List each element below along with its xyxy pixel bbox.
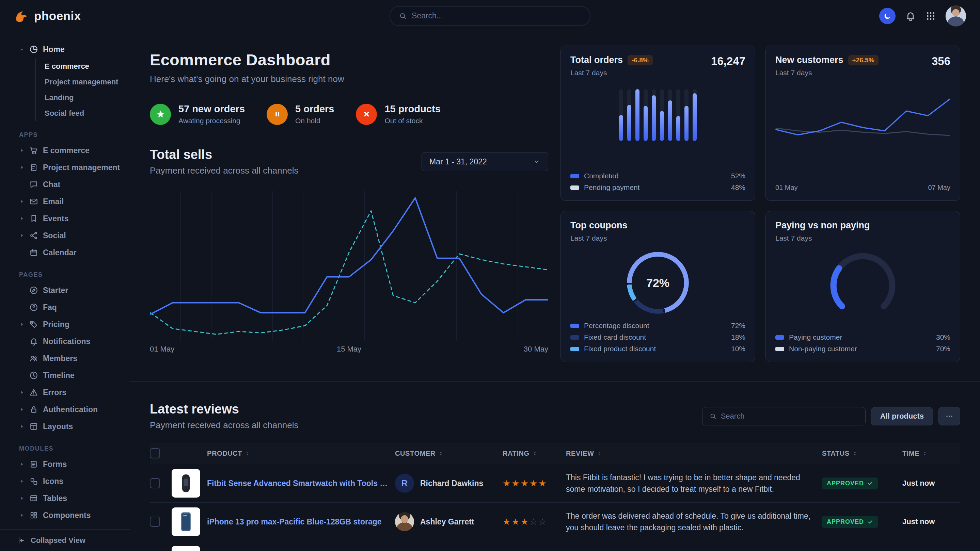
users-icon — [29, 354, 38, 363]
select-all-checkbox[interactable] — [150, 448, 160, 459]
sidebar-item-label: Forms — [43, 460, 67, 469]
review-time: Just now — [902, 517, 960, 526]
coupons-donut-wrap: 72% — [627, 252, 689, 314]
section-label-modules: MODULES — [0, 445, 130, 452]
sidebar-item-authentication[interactable]: Authentication — [0, 401, 130, 418]
search-icon — [709, 413, 717, 420]
sidebar-item-errors[interactable]: Errors — [0, 384, 130, 401]
caret-right-icon — [19, 478, 24, 484]
sidebar-item-social[interactable]: Social — [0, 227, 130, 244]
ellipsis-icon — [945, 412, 953, 420]
legend-value: 52% — [731, 172, 745, 180]
sidebar-item-email[interactable]: Email — [0, 193, 130, 210]
theme-toggle-button[interactable] — [879, 8, 896, 24]
legend-swatch — [775, 347, 784, 351]
legend-swatch — [570, 347, 579, 351]
customer-avatar: R — [395, 474, 414, 493]
global-search-input[interactable] — [412, 11, 581, 21]
sidebar-item-label: Faq — [43, 303, 57, 312]
product-link[interactable]: iPhone 13 pro max-Pacific Blue-128GB sto… — [207, 517, 382, 527]
apps-grid-button[interactable] — [926, 11, 936, 21]
stat-on-hold: 5 orders On hold — [267, 103, 334, 125]
share-icon — [29, 231, 38, 240]
sidebar-item-components[interactable]: Components — [0, 507, 130, 524]
notifications-button[interactable] — [905, 11, 916, 21]
sidebar-item-members[interactable]: Members — [0, 350, 130, 367]
sidebar-item-e-commerce[interactable]: E commerce — [36, 59, 130, 74]
search-icon — [399, 12, 407, 20]
trend-badge: -6.8% — [628, 55, 653, 65]
caret-right-icon — [19, 216, 24, 221]
page-subtitle: Here's what's going on at your business … — [150, 74, 548, 84]
sidebar-item-tables[interactable]: Tables — [0, 490, 130, 507]
brand-name: phoenix — [34, 9, 81, 23]
sidebar-item-timeline[interactable]: Timeline — [0, 367, 130, 384]
sidebar: Home E commerce Project management Landi… — [0, 32, 130, 551]
sidebar-item-project-management[interactable]: Project management — [36, 74, 130, 90]
collapse-view-button[interactable]: Collapsed View — [0, 529, 130, 551]
customer-name: Ashley Garrett — [420, 517, 474, 527]
column-header-status[interactable]: STATUS — [822, 449, 897, 457]
sidebar-item-social-feed[interactable]: Social feed — [36, 105, 130, 121]
sidebar-item-icons[interactable]: Icons — [0, 473, 130, 490]
column-header-rating[interactable]: RATING — [503, 449, 560, 457]
row-checkbox[interactable] — [150, 478, 160, 488]
sidebar-item-label: Events — [43, 214, 68, 223]
brand[interactable]: phoenix — [14, 8, 81, 24]
stat-label: Awating processing — [178, 117, 245, 125]
sidebar-item-ecommerce-app[interactable]: E commerce — [0, 142, 130, 159]
column-header-customer[interactable]: CUSTOMER — [395, 449, 497, 457]
sidebar-item-label: Landing — [45, 93, 74, 102]
sidebar-item-calendar[interactable]: Calendar — [0, 244, 130, 261]
sidebar-item-label: Layouts — [43, 422, 73, 431]
sidebar-item-events[interactable]: Events — [0, 210, 130, 227]
sidebar-item-chat[interactable]: Chat — [0, 176, 130, 193]
status-badge: APPROVED — [822, 478, 878, 489]
reviews-search-input[interactable] — [721, 412, 858, 421]
x-tick: 07 May — [928, 184, 950, 192]
reviews-search[interactable] — [702, 407, 865, 426]
x-tick: 30 May — [524, 345, 548, 354]
legend-value: 70% — [936, 345, 950, 353]
column-header-product[interactable]: PRODUCT — [172, 449, 390, 457]
table-row: Fitbit Sense Advanced Smartwatch with To… — [150, 464, 960, 503]
product-link[interactable]: Fitbit Sense Advanced Smartwatch with To… — [207, 479, 390, 488]
legend-swatch — [570, 186, 579, 190]
sidebar-item-project-management-app[interactable]: Project management — [0, 159, 130, 176]
latest-reviews-section: Latest reviews Payment received across a… — [150, 402, 960, 551]
sidebar-item-label: Starter — [43, 286, 68, 295]
check-icon — [867, 519, 873, 525]
sidebar-item-pricing[interactable]: Pricing — [0, 316, 130, 333]
sidebar-item-forms[interactable]: Forms — [0, 456, 130, 473]
sidebar-item-layouts[interactable]: Layouts — [0, 418, 130, 435]
legend-value: 18% — [731, 333, 745, 341]
x-tick: 01 May — [150, 345, 174, 354]
sort-icon — [532, 451, 537, 456]
all-products-button[interactable]: All products — [871, 407, 933, 426]
stat-out-of-stock: 15 products Out of stock — [356, 103, 440, 125]
sort-icon — [438, 451, 443, 456]
review-time: Just now — [902, 479, 960, 488]
sidebar-item-notifications[interactable]: Notifications — [0, 333, 130, 350]
sidebar-item-label: Icons — [43, 477, 63, 486]
user-avatar[interactable] — [945, 5, 966, 27]
new-customers-x-axis: 01 May 07 May — [775, 179, 950, 192]
date-range-select[interactable]: Mar 1 - 31, 2022 — [422, 152, 548, 171]
trend-badge: +26.5% — [848, 55, 878, 65]
caret-right-icon — [19, 462, 24, 467]
more-options-button[interactable] — [939, 407, 960, 426]
phoenix-logo-icon — [14, 8, 29, 24]
sidebar-item-starter[interactable]: Starter — [0, 282, 130, 299]
sidebar-item-landing[interactable]: Landing — [36, 90, 130, 105]
sidebar-item-faq[interactable]: Faq — [0, 299, 130, 316]
sidebar-item-label: E commerce — [43, 146, 89, 155]
card-new-customers: New customers +26.5% Last 7 days 356 01 … — [765, 46, 960, 201]
sidebar-item-home[interactable]: Home — [0, 41, 130, 58]
row-checkbox[interactable] — [150, 517, 160, 527]
warning-icon — [29, 388, 38, 397]
column-header-time[interactable]: TIME — [902, 449, 960, 457]
layout-icon — [29, 422, 38, 431]
column-header-review[interactable]: REVIEW — [566, 449, 816, 457]
global-search[interactable] — [390, 6, 590, 26]
sidebar-item-label: Pricing — [43, 320, 70, 329]
